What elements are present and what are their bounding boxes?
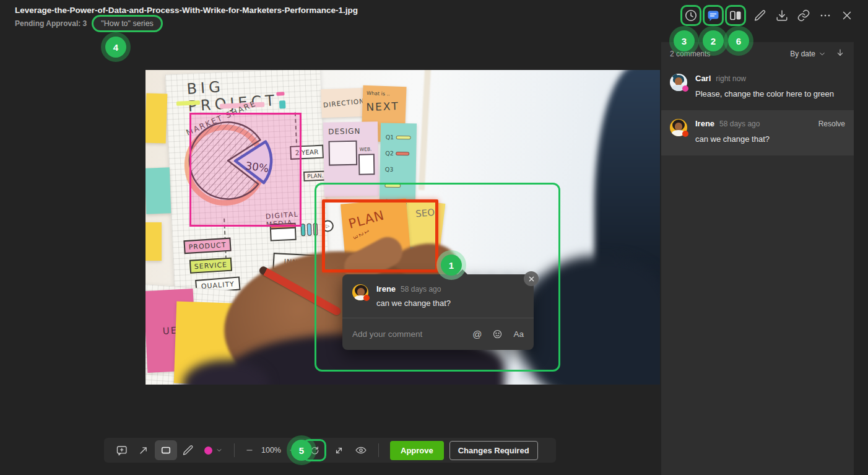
status-dot: [682, 131, 688, 137]
mention-icon[interactable]: @: [472, 329, 482, 339]
pen-tool[interactable]: [177, 440, 199, 460]
rectangle-icon: [160, 444, 172, 456]
annotation-toolbar: 100% Approve Changes Required: [104, 438, 556, 463]
popup-author: Irene: [376, 284, 396, 294]
sort-dropdown[interactable]: By date: [790, 50, 827, 58]
comment-text: Please, change the color here to green: [695, 87, 845, 100]
toolbar-divider: [378, 443, 379, 457]
callout-6: 6: [728, 30, 749, 51]
minus-icon: [245, 446, 254, 455]
current-color-swatch: [204, 447, 212, 455]
fullscreen-button[interactable]: [328, 440, 350, 460]
emoji-icon[interactable]: [492, 329, 503, 339]
color-picker[interactable]: [199, 440, 228, 460]
sort-label: By date: [790, 50, 815, 58]
history-button[interactable]: [680, 5, 701, 26]
compare-panel-button[interactable]: [725, 5, 746, 26]
comment-time: right now: [716, 74, 746, 83]
proof-image-canvas[interactable]: BIG PROJECT 30% MARKET SHARE 2 YEAR PLAN…: [145, 70, 660, 385]
sticky-yellow-left2: [145, 222, 162, 261]
status-dot: [682, 85, 688, 92]
popup-text: can we change that?: [376, 297, 524, 310]
clock-icon: [684, 8, 698, 23]
zoom-out-button[interactable]: [241, 440, 258, 460]
comment-input[interactable]: Add your comment @ Aa: [342, 318, 534, 350]
comment-plus-icon: [115, 444, 128, 457]
download-icon: [775, 9, 789, 22]
arrow-down-icon: [835, 48, 845, 58]
sort-direction-button[interactable]: [835, 48, 845, 60]
split-view-icon: [728, 8, 743, 23]
zoom-level: 100%: [258, 446, 284, 455]
expand-icon: [333, 445, 345, 456]
product-box: PRODUCT: [183, 238, 231, 255]
status-dot: [363, 295, 370, 301]
callout-5: 5: [291, 440, 312, 461]
chat-bubble-icon: [706, 8, 721, 23]
series-badge[interactable]: "How to" series: [92, 15, 163, 32]
proofing-viewer: Leverage-the-Power-of-Data-and-Process-W…: [0, 0, 868, 475]
pending-approval-label: Pending Approval: 3: [15, 19, 87, 28]
close-icon: [840, 9, 854, 22]
arrow-tool[interactable]: [132, 440, 155, 460]
callout-2: 2: [703, 30, 724, 51]
avatar-irene: [352, 284, 368, 300]
service-box: SERVICE: [189, 258, 232, 274]
link-icon: [797, 9, 810, 22]
popup-time: 58 days ago: [401, 285, 441, 294]
comment-item-carl[interactable]: Carl right now Please, change the color …: [661, 65, 854, 110]
comment-text: can we change that?: [695, 133, 845, 146]
eye-icon: [355, 444, 367, 456]
file-meta-row: Pending Approval: 3 "How to" series: [15, 14, 163, 33]
comment-item-irene[interactable]: Irene 58 days ago Resolve can we change …: [661, 110, 854, 155]
callout-1: 1: [441, 255, 462, 276]
rectangle-tool[interactable]: [155, 440, 177, 460]
download-button[interactable]: [773, 7, 791, 24]
avatar-irene: [670, 119, 687, 136]
file-title: Leverage-the-Power-of-Data-and-Process-W…: [15, 6, 358, 15]
more-menu-button[interactable]: [817, 7, 834, 24]
avatar-carl: [670, 74, 687, 91]
text-format-icon[interactable]: Aa: [513, 329, 524, 339]
comment-time: 58 days ago: [719, 120, 760, 128]
arrow-icon: [137, 444, 150, 456]
pencil-icon: [753, 9, 767, 22]
callout-3: 3: [674, 30, 695, 51]
popup-close-button[interactable]: [524, 271, 539, 286]
chevron-down-icon: [215, 447, 223, 454]
ellipsis-icon: [818, 9, 832, 22]
photo-board-edge: [419, 70, 431, 190]
copy-link-button[interactable]: [795, 7, 812, 24]
sticky-yellow-left: [145, 93, 167, 143]
comment-author: Carl: [695, 74, 711, 83]
header-actions: [680, 5, 856, 26]
sticky-direction: DIRECTION: [321, 88, 368, 118]
edit-button[interactable]: [752, 7, 769, 24]
comments-panel: 2 comments By date Carl rig: [661, 42, 854, 475]
approve-button[interactable]: Approve: [390, 441, 444, 460]
preview-button[interactable]: [350, 440, 372, 460]
annotation-pink-rect[interactable]: [189, 113, 302, 227]
close-icon: [528, 276, 535, 282]
chevron-down-icon: [818, 50, 827, 58]
callout-4: 4: [105, 37, 126, 58]
changes-required-button[interactable]: Changes Required: [449, 441, 538, 460]
pencil-icon: [182, 444, 194, 456]
comment-author: Irene: [695, 119, 714, 128]
comment-popup: Irene 58 days ago can we change that? Ad…: [342, 274, 534, 350]
comments-toggle-button[interactable]: [703, 5, 724, 26]
toolbar-divider: [234, 443, 235, 457]
comment-placeholder: Add your comment: [352, 329, 472, 339]
add-comment-tool[interactable]: [110, 440, 132, 460]
resolve-button[interactable]: Resolve: [818, 120, 845, 128]
close-viewer-button[interactable]: [838, 7, 856, 24]
sticky-teal-left: [145, 167, 171, 214]
